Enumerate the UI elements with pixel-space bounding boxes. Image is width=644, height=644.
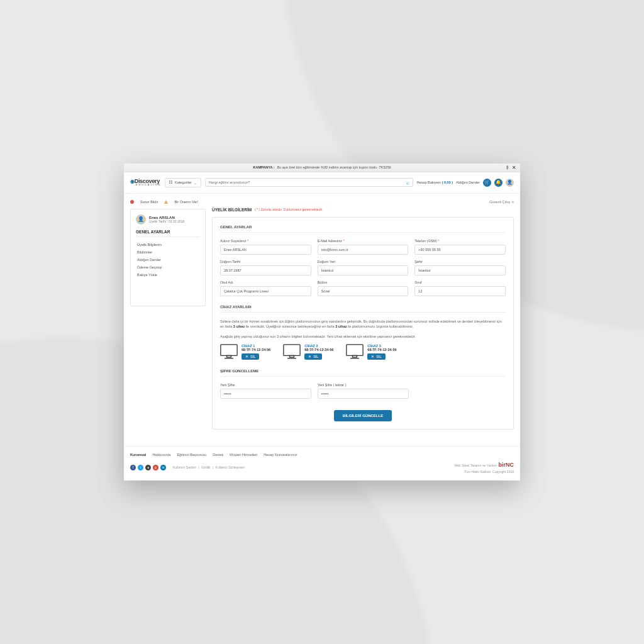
avatar: 👤 (136, 214, 146, 225)
social-icon[interactable]: ● (145, 465, 151, 470)
header: ◉Discovery EDUCATION Kategoriler ⌄ ⌕ Hes… (124, 172, 520, 194)
footer-link[interactable]: Destek (213, 453, 223, 457)
footer-link[interactable]: Kurumsal (130, 453, 146, 457)
monitor-icon (283, 344, 301, 360)
device-card: CİHAZ 2 68-7F-74-12-34-56 ✕SİL (283, 344, 333, 360)
required-note: ( * ) Zorunlu alandır. Doldurmanız gerek… (255, 208, 323, 211)
user-date: Üyelik Tarihi : 03.10.2018 (149, 219, 184, 223)
search-input[interactable] (206, 180, 404, 184)
school-field[interactable] (220, 286, 311, 296)
name-field[interactable] (220, 245, 311, 255)
warning-icon (164, 200, 168, 204)
categories-label: Kategoriler (175, 180, 192, 184)
promo-banner: KAMPANYA : Bu aya özel tüm eğitimlerde %… (124, 164, 520, 172)
logo-subtext: EDUCATION (130, 184, 161, 187)
device-mac: 68-7F-74-12-34-56 (242, 348, 270, 352)
cart-icon[interactable]: 🛒 (483, 179, 491, 187)
grade-field[interactable] (414, 286, 506, 296)
device-card: CİHAZ 3 68-7F-74-12-34-56 ✕SİL (346, 344, 396, 360)
device-delete-button[interactable]: ✕SİL (367, 353, 385, 360)
device-text-1: Sizlere daha iyi bir hizmet sunabilmek i… (220, 319, 506, 330)
search-icon[interactable]: ⌕ (404, 180, 413, 186)
bell-icon[interactable]: 🔔 (494, 179, 502, 187)
device-delete-button[interactable]: ✕SİL (304, 353, 322, 360)
email-field[interactable] (318, 245, 409, 255)
device-card: CİHAZ 1 68-7F-74-12-34-56 ✕SİL (220, 344, 270, 360)
globe-icon: ◉ (130, 179, 135, 184)
secure-logout[interactable]: Güvenli Çıkış ⎋ (212, 200, 514, 204)
close-icon[interactable]: ✕ (512, 165, 516, 170)
svg-rect-6 (347, 345, 363, 356)
logo[interactable]: ◉Discovery EDUCATION (130, 179, 161, 187)
department-field[interactable] (318, 286, 409, 296)
facebook-icon[interactable]: f (130, 465, 136, 470)
city-field[interactable] (414, 265, 506, 275)
main-card: GENEL AYARLAR Adınız Soyadınız * E-Mail … (212, 217, 514, 430)
app-window: KAMPANYA : Bu aya özel tüm eğitimlerde %… (124, 164, 520, 481)
footer-link[interactable]: Eğitimci Başvurusu (177, 453, 206, 457)
promo-label: KAMPANYA : (253, 165, 274, 169)
x-icon: ✕ (245, 355, 248, 358)
balance-link[interactable]: Hesap Bakiyem ( 0,00 ) (417, 180, 453, 184)
svg-rect-3 (284, 345, 300, 356)
brand-logo[interactable]: birNC (499, 462, 514, 468)
birthdate-field[interactable] (220, 265, 311, 275)
copyright: Tüm Hakkı Saklıdır. Copyright 2018 (455, 469, 514, 474)
svg-rect-4 (290, 356, 294, 358)
birthplace-field[interactable] (318, 265, 409, 275)
alert-icon (130, 200, 134, 204)
x-icon: ✕ (308, 355, 311, 358)
footer: Kurumsal Hakkımızda Eğitimci Başvurusu D… (124, 446, 520, 480)
section-password: ŞİFRE GÜNCELLEME (220, 369, 506, 377)
sidebar-item-courses[interactable]: Aldığım Dersler (136, 256, 200, 264)
page-title: ÜYELİK BİLGİLERİM (212, 208, 252, 212)
section-general: GENEL AYARLAR (220, 225, 506, 233)
device-mac: 68-7F-74-12-34-56 (367, 348, 396, 352)
chevron-down-icon: ▾ (506, 167, 509, 170)
suggest-link[interactable]: Bir Önerim Var! (174, 200, 198, 204)
report-link[interactable]: Sorun Bildir (140, 200, 158, 204)
logout-icon: ⎋ (512, 200, 514, 204)
monitor-icon (346, 344, 364, 360)
avatar[interactable]: 👤 (506, 179, 514, 187)
device-mac: 68-7F-74-12-34-56 (304, 348, 333, 352)
section-devices: CİHAZ AYARLARI (220, 305, 506, 313)
new-password-confirm-field[interactable] (318, 389, 409, 399)
banner-pager[interactable]: ▴ ▾ (506, 165, 509, 170)
device-delete-button[interactable]: ✕SİL (242, 353, 259, 360)
legal-links: Kullanım Şartları | Gizlilik | Kullanıcı… (172, 465, 246, 469)
sidebar-card: 👤 Enes ARSLAN Üyelik Tarihi : 03.10.2018… (130, 209, 206, 306)
svg-rect-1 (227, 356, 231, 358)
device-text-2: Aşağıda giriş yapmış olduğunuz son 3 cih… (220, 334, 506, 339)
linkedin-icon[interactable]: in (160, 465, 166, 470)
chevron-down-icon: ⌄ (194, 180, 197, 185)
categories-button[interactable]: Kategoriler ⌄ (165, 178, 201, 187)
footer-link[interactable]: Hesap Numaralarımız (264, 453, 297, 457)
grid-icon (169, 180, 173, 184)
phone-field[interactable] (414, 245, 506, 255)
x-icon: ✕ (371, 355, 374, 358)
sidebar-title: GENEL AYARLAR (136, 230, 200, 237)
svg-rect-7 (353, 356, 357, 358)
sidebar-item-payments[interactable]: Ödeme Geçmişi (136, 264, 200, 271)
footer-link[interactable]: Müşteri Hizmetleri (230, 453, 257, 457)
submit-button[interactable]: BİLGİLERİ GÜNCELLE (334, 410, 392, 421)
sidebar-item-topup[interactable]: Bakiye Yükle (136, 271, 200, 279)
new-password-field[interactable] (220, 389, 311, 399)
promo-text: Bu aya özel tüm eğitimlerde %30 indirim … (277, 165, 391, 169)
twitter-icon[interactable]: t (138, 465, 143, 470)
monitor-icon (220, 344, 238, 360)
footer-link[interactable]: Hakkımızda (152, 453, 170, 457)
sidebar-item-notifications[interactable]: Bildirimler (136, 248, 200, 256)
svg-rect-0 (221, 345, 237, 356)
sidebar-item-membership[interactable]: Üyelik Bilgilerim (136, 241, 200, 248)
search-box: ⌕ (205, 178, 413, 187)
google-icon[interactable]: g (153, 465, 158, 470)
courses-link[interactable]: Aldığım Dersler (456, 180, 480, 184)
